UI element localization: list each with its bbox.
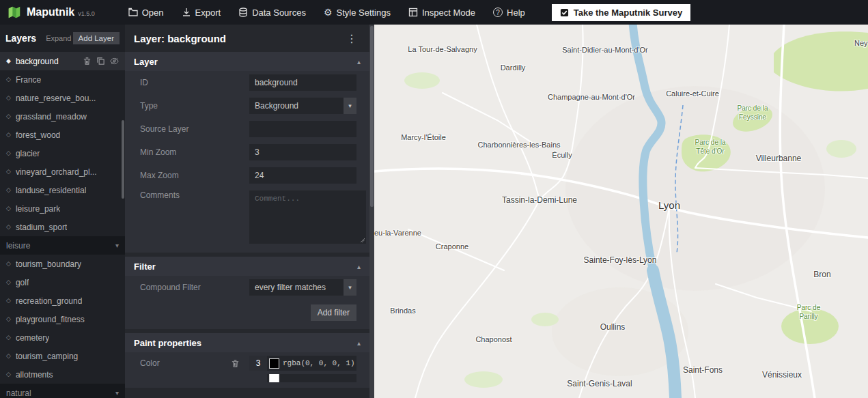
sidebar-group-leisure[interactable]: leisure ▾ xyxy=(0,236,125,255)
layer-editor-panel: Layer: background ⋮ Layer ▴ ID Type xyxy=(125,25,374,398)
layer-editor: Layer: background ⋮ Layer ▴ ID Type xyxy=(125,25,369,398)
type-select[interactable]: Background ▾ xyxy=(249,98,356,114)
sidebar-item-forest-wood[interactable]: ◇ forest_wood xyxy=(0,126,125,144)
next-color-field[interactable] xyxy=(267,374,356,382)
comments-wrap xyxy=(249,190,366,244)
sidebar-item-glacier[interactable]: ◇ glacier xyxy=(0,144,125,162)
add-layer-button[interactable]: Add Layer xyxy=(73,32,120,44)
field-next-property xyxy=(125,374,369,382)
map-canvas[interactable]: La Tour-de-Salvagny Saint-Didier-au-Mont… xyxy=(374,25,868,398)
section-filter: Filter ▴ Compound Filter every filter ma… xyxy=(125,257,369,329)
compound-filter-label: Compound Filter xyxy=(140,283,249,292)
expand-link[interactable]: Expand xyxy=(46,34,71,42)
menu-export[interactable]: Export xyxy=(173,0,230,25)
delete-property-icon[interactable] xyxy=(231,359,240,368)
diamond-outline-icon: ◇ xyxy=(6,279,11,285)
sidebar-item-grassland-meadow[interactable]: ◇ grassland_meadow xyxy=(0,107,125,126)
export-icon xyxy=(182,8,191,17)
caret-down-icon: ▾ xyxy=(115,242,119,249)
duplicate-layer-icon[interactable] xyxy=(96,57,105,66)
color-value-input[interactable] xyxy=(283,359,356,367)
max-zoom-label: Max Zoom xyxy=(140,171,249,180)
type-select-value: Background xyxy=(249,101,344,111)
app-title: Maputnik xyxy=(27,6,74,18)
kebab-menu-icon[interactable]: ⋮ xyxy=(344,32,361,45)
map-label-park: Parc de la Feyssine xyxy=(732,104,773,122)
diamond-outline-icon: ◇ xyxy=(6,132,11,138)
field-source-layer: Source Layer xyxy=(125,117,369,141)
add-filter-button[interactable]: Add filter xyxy=(311,304,356,321)
id-input[interactable] xyxy=(249,74,356,91)
topbar-menu: Open Export Data Sources ⚙ Style Setting… xyxy=(120,0,534,25)
color-field[interactable] xyxy=(267,356,356,371)
menu-style-settings[interactable]: ⚙ Style Settings xyxy=(315,0,400,25)
map-label: Brindas xyxy=(390,307,415,315)
open-icon xyxy=(128,8,138,17)
editor-scrollbar[interactable] xyxy=(369,25,374,398)
caret-up-icon: ▴ xyxy=(357,339,361,347)
min-zoom-label: Min Zoom xyxy=(140,147,249,157)
next-color-swatch[interactable] xyxy=(269,374,279,382)
max-zoom-input[interactable] xyxy=(249,167,356,184)
min-zoom-input[interactable] xyxy=(249,144,356,160)
database-icon xyxy=(238,8,248,17)
map-label: La Tour-de-Salvagny xyxy=(408,45,477,53)
field-type: Type Background ▾ xyxy=(125,94,369,117)
section-layer-header[interactable]: Layer ▴ xyxy=(125,52,369,71)
sidebar-item-allotments[interactable]: ◇ allotments xyxy=(0,365,125,384)
layer-label: recreation_ground xyxy=(16,296,82,306)
type-label: Type xyxy=(140,101,249,111)
delete-layer-icon[interactable] xyxy=(83,57,92,66)
menu-help[interactable]: ? Help xyxy=(484,0,534,25)
map-label: Marcy-l'Étoile xyxy=(401,133,446,141)
color-zoom-input[interactable] xyxy=(249,356,267,371)
sidebar-item-playground-fitness[interactable]: ◇ playground_fitness xyxy=(0,310,125,328)
sidebar-item-nature-reserve[interactable]: ◇ nature_reserve_bou... xyxy=(0,89,125,107)
sidebar-item-recreation-ground[interactable]: ◇ recreation_ground xyxy=(0,292,125,310)
comments-label: Comments xyxy=(140,190,249,200)
layer-label: grassland_meadow xyxy=(16,112,87,122)
section-paint-header[interactable]: Paint properties ▴ xyxy=(125,333,369,352)
sidebar-item-background[interactable]: ◆ background xyxy=(0,52,125,70)
menu-inspect-mode-label: Inspect Mode xyxy=(422,8,475,18)
editor-header: Layer: background ⋮ xyxy=(125,25,369,52)
layer-label: allotments xyxy=(16,370,53,380)
sidebar-item-tourism-boundary[interactable]: ◇ tourism_boundary xyxy=(0,255,125,273)
sidebar-item-france[interactable]: ◇ France xyxy=(0,70,125,89)
map-label: Dardilly xyxy=(501,63,526,72)
sidebar-item-tourism-camping[interactable]: ◇ tourism_camping xyxy=(0,347,125,365)
menu-data-sources[interactable]: Data Sources xyxy=(229,0,315,25)
topbar: Maputnik v1.5.0 Open Export Data Sources… xyxy=(0,0,868,25)
sidebar-item-stadium-sport[interactable]: ◇ stadium_sport xyxy=(0,218,125,236)
layer-actions xyxy=(83,57,119,66)
source-layer-label: Source Layer xyxy=(140,124,249,134)
source-layer-input[interactable] xyxy=(249,121,356,137)
color-swatch[interactable] xyxy=(269,358,279,369)
sidebar-item-leisure-park[interactable]: ◇ leisure_park xyxy=(0,199,125,218)
layer-label: leisure_park xyxy=(16,204,60,214)
sidebar-group-natural[interactable]: natural ▾ xyxy=(0,384,125,398)
resize-grip-icon[interactable] xyxy=(360,238,365,242)
editor-scroll-thumb[interactable] xyxy=(370,26,374,207)
add-filter-row: Add filter xyxy=(125,299,369,324)
sidebar-item-golf[interactable]: ◇ golf xyxy=(0,273,125,292)
menu-open[interactable]: Open xyxy=(120,0,173,25)
layer-label: stadium_sport xyxy=(16,223,67,232)
map-label: Écully xyxy=(552,151,572,159)
survey-button-label: Take the Maputnik Survey xyxy=(574,8,682,18)
compound-filter-select[interactable]: every filter matches ▾ xyxy=(249,279,356,296)
menu-export-label: Export xyxy=(195,8,221,18)
diamond-outline-icon: ◇ xyxy=(6,113,11,119)
sidebar-item-vineyard-orchard[interactable]: ◇ vineyard_orchard_pl... xyxy=(0,162,125,181)
menu-inspect-mode[interactable]: Inspect Mode xyxy=(400,0,484,25)
sidebar-item-cemetery[interactable]: ◇ cemetery xyxy=(0,328,125,347)
comments-textarea[interactable] xyxy=(249,190,366,244)
section-filter-header[interactable]: Filter ▴ xyxy=(125,257,369,276)
survey-button[interactable]: Take the Maputnik Survey xyxy=(552,4,690,21)
sidebar-scrollbar[interactable] xyxy=(122,120,124,199)
inspect-icon xyxy=(408,8,418,17)
layers-title: Layers xyxy=(5,33,36,44)
sidebar-item-landuse-residential[interactable]: ◇ landuse_residential xyxy=(0,181,125,199)
layers-sidebar: Layers Expand Add Layer ◆ background ◇ F… xyxy=(0,25,125,398)
hide-layer-icon[interactable] xyxy=(110,57,119,66)
